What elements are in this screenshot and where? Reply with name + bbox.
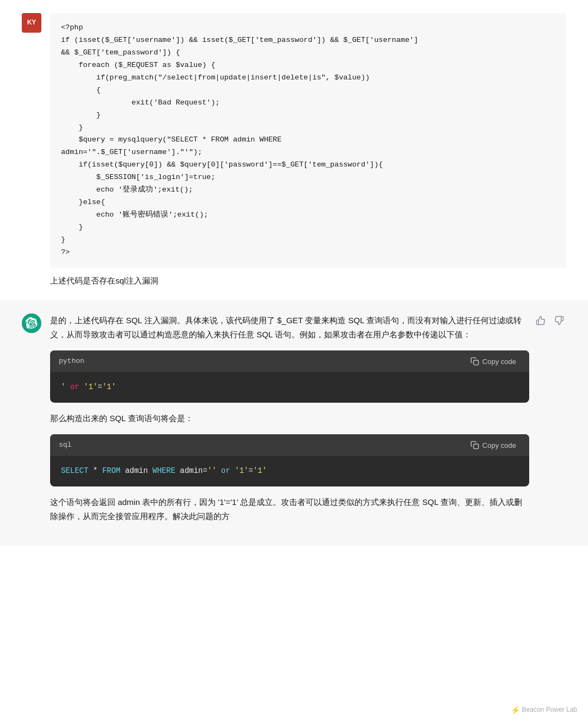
- thumbs-up-button[interactable]: [534, 313, 548, 328]
- python-copy-button[interactable]: Copy code: [466, 355, 520, 368]
- chat-container: KY <?php if (isset($_GET['username']) &&…: [0, 0, 588, 568]
- sql-copy-label: Copy code: [482, 441, 516, 449]
- python-code-header: python Copy code: [50, 350, 529, 372]
- assistant-top-row: 是的，上述代码存在 SQL 注入漏洞。具体来说，该代码使用了 $_GET 变量来…: [50, 313, 566, 533]
- sql-op5: =: [249, 466, 253, 475]
- user-avatar: KY: [22, 13, 41, 33]
- sql-copy-button[interactable]: Copy code: [466, 439, 520, 452]
- py-string-2: '1': [84, 383, 97, 391]
- sql-code-header: sql Copy code: [50, 434, 529, 456]
- sql-op3: admin=: [175, 466, 207, 475]
- py-string-3: '1': [102, 383, 116, 391]
- sql-val3: '1': [253, 466, 267, 475]
- user-question: 上述代码是否存在sql注入漏洞: [50, 274, 566, 287]
- python-code-body: ' or '1'='1': [50, 372, 529, 403]
- sql-select: SELECT: [61, 466, 88, 475]
- thumbs-down-button[interactable]: [552, 313, 566, 328]
- sql-val2: '1': [235, 466, 248, 475]
- sql-code-body: SELECT * FROM admin WHERE admin='' or '1…: [50, 456, 529, 486]
- assistant-avatar: [22, 313, 41, 333]
- user-message: KY <?php if (isset($_GET['username']) &&…: [0, 0, 588, 300]
- sql-or: or: [217, 466, 235, 475]
- python-code-wrapper: python Copy code ' or '1'='1': [50, 350, 529, 403]
- thumbs-up-icon: [536, 316, 546, 325]
- sql-val1: '': [207, 466, 217, 475]
- thumbs-down-icon: [554, 316, 564, 325]
- assistant-message: 是的，上述代码存在 SQL 注入漏洞。具体来说，该代码使用了 $_GET 变量来…: [0, 300, 588, 546]
- sql-lang-label: sql: [59, 440, 71, 451]
- sql-where: WHERE: [152, 466, 175, 475]
- svg-rect-1: [474, 444, 479, 449]
- openai-icon: [26, 317, 38, 329]
- py-equals: =: [97, 383, 102, 391]
- assistant-content: 是的，上述代码存在 SQL 注入漏洞。具体来说，该代码使用了 $_GET 变量来…: [50, 313, 529, 533]
- svg-rect-0: [474, 360, 479, 365]
- assistant-mid-text: 那么构造出来的 SQL 查询语句将会是：: [50, 411, 529, 426]
- copy-icon-sql: [470, 441, 479, 449]
- sql-code-wrapper: sql Copy code SELECT * FROM admin WHERE …: [50, 434, 529, 486]
- sql-op2: admin: [120, 466, 152, 475]
- py-keyword-or: or: [65, 383, 84, 391]
- python-lang-label: python: [59, 356, 84, 367]
- assistant-intro-text: 是的，上述代码存在 SQL 注入漏洞。具体来说，该代码使用了 $_GET 变量来…: [50, 313, 529, 342]
- sql-op1: *: [88, 466, 102, 475]
- user-content: <?php if (isset($_GET['username']) && is…: [50, 13, 566, 287]
- sql-from: FROM: [102, 466, 121, 475]
- copy-icon: [470, 357, 479, 366]
- feedback-buttons: [534, 313, 566, 328]
- php-code-block: <?php if (isset($_GET['username']) && is…: [50, 13, 566, 268]
- python-copy-label: Copy code: [482, 358, 516, 366]
- assistant-footer-text: 这个语句将会返回 admin 表中的所有行，因为 '1'='1' 总是成立。攻击…: [50, 495, 529, 524]
